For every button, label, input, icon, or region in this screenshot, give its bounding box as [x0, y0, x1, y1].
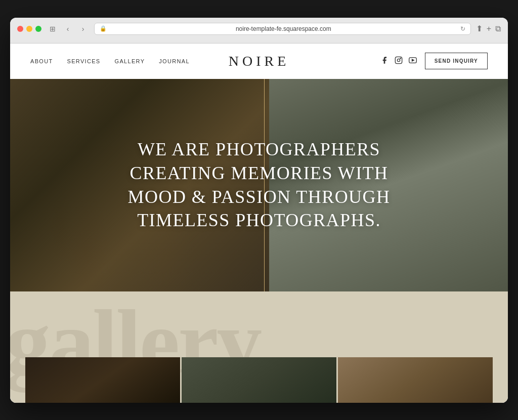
- forward-button[interactable]: ›: [77, 24, 89, 34]
- browser-chrome: ⊞ ‹ › 🔒 noire-template-fe.squarespace.co…: [10, 18, 508, 44]
- hero-section: WE ARE PHOTOGRAPHERS CREATING MEMORIES W…: [10, 79, 508, 291]
- nav-about[interactable]: ABOUT: [30, 58, 53, 64]
- close-button[interactable]: [17, 26, 23, 32]
- svg-point-2: [400, 58, 401, 58]
- gallery-thumb-2[interactable]: [182, 357, 336, 403]
- traffic-lights: [17, 26, 41, 32]
- share-icon[interactable]: ⬆: [476, 24, 483, 33]
- nav-services[interactable]: SERVICES: [67, 58, 101, 64]
- address-bar[interactable]: 🔒 noire-template-fe.squarespace.com ↻: [94, 23, 471, 35]
- gallery-section: gallery: [10, 291, 508, 403]
- nav-gallery[interactable]: GALLERY: [115, 58, 145, 64]
- nav-left: ABOUT SERVICES GALLERY JOURNAL: [30, 58, 190, 64]
- send-inquiry-button[interactable]: SEND INQUIRY: [425, 53, 488, 69]
- instagram-icon[interactable]: [395, 56, 403, 66]
- gallery-thumbnails: [10, 357, 508, 403]
- refresh-button[interactable]: ↻: [460, 25, 465, 32]
- gallery-thumb-3[interactable]: [338, 357, 493, 403]
- hero-headline: WE ARE PHOTOGRAPHERS CREATING MEMORIES W…: [128, 138, 391, 232]
- lock-icon: 🔒: [100, 25, 107, 32]
- browser-controls: ⊞ ‹ ›: [47, 24, 89, 34]
- nav-center: NOIRE: [229, 53, 290, 69]
- browser-window: ⊞ ‹ › 🔒 noire-template-fe.squarespace.co…: [10, 18, 508, 403]
- site-content: ABOUT SERVICES GALLERY JOURNAL NOIRE: [10, 44, 508, 403]
- new-tab-icon[interactable]: +: [487, 24, 491, 33]
- minimize-button[interactable]: [26, 26, 32, 32]
- svg-point-1: [397, 59, 400, 61]
- nav-right: SEND INQUIRY: [380, 53, 488, 69]
- gallery-thumb-1[interactable]: [25, 357, 180, 403]
- back-button[interactable]: ‹: [62, 24, 74, 34]
- browser-actions: ⬆ + ⧉: [476, 24, 501, 33]
- navbar: ABOUT SERVICES GALLERY JOURNAL NOIRE: [10, 44, 508, 79]
- hero-overlay: WE ARE PHOTOGRAPHERS CREATING MEMORIES W…: [10, 79, 508, 291]
- sidebar-toggle[interactable]: ⊞: [47, 24, 59, 34]
- tabs-icon[interactable]: ⧉: [495, 24, 501, 33]
- maximize-button[interactable]: [35, 26, 41, 32]
- social-links: [380, 56, 417, 66]
- hero-text: WE ARE PHOTOGRAPHERS CREATING MEMORIES W…: [128, 138, 391, 232]
- svg-marker-3: [412, 59, 414, 61]
- nav-journal[interactable]: JOURNAL: [159, 58, 190, 64]
- site-logo[interactable]: NOIRE: [229, 53, 290, 69]
- facebook-icon[interactable]: [380, 56, 388, 66]
- svg-rect-0: [395, 57, 402, 63]
- url-text: noire-template-fe.squarespace.com: [110, 25, 457, 32]
- youtube-icon[interactable]: [409, 56, 417, 66]
